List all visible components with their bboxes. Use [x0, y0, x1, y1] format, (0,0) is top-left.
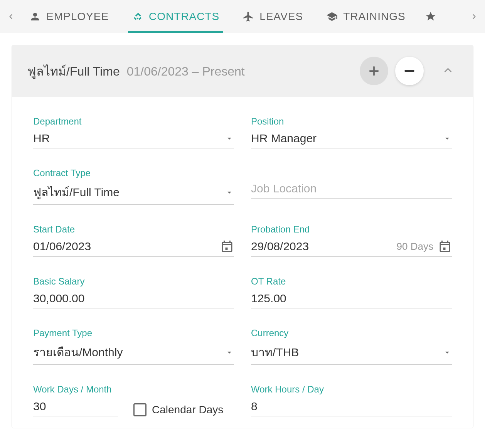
currency-select[interactable]: บาท/THB [251, 343, 452, 365]
department-field: Department HR [33, 116, 234, 148]
tab-label: LEAVES [259, 10, 303, 23]
work-hours-label: Work Hours / Day [251, 384, 452, 395]
calendar-icon[interactable] [220, 239, 234, 253]
ot-rate-input[interactable] [251, 292, 452, 305]
department-value: HR [33, 132, 225, 145]
work-days-field: Work Days / Month Calendar Days [33, 384, 234, 416]
ot-rate-field: OT Rate [251, 276, 452, 308]
add-contract-button[interactable] [360, 57, 388, 85]
basic-salary-label: Basic Salary [33, 276, 234, 287]
department-select[interactable]: HR [33, 131, 234, 148]
payment-type-label: Payment Type [33, 328, 234, 339]
contract-card: ฟูลไทม์/Full Time 01/06/2023 – Present D… [12, 45, 473, 428]
position-field: Position HR Manager [251, 116, 452, 148]
graduation-cap-icon [326, 11, 338, 22]
tab-label: CONTRACTS [149, 10, 219, 23]
contract-type-label: Contract Type [33, 168, 234, 179]
start-date-field: Start Date 01/06/2023 [33, 224, 234, 257]
contract-title: ฟูลไทม์/Full Time [27, 61, 120, 81]
start-date-value: 01/06/2023 [33, 240, 220, 253]
basic-salary-input[interactable] [33, 292, 234, 305]
tab-trainings[interactable]: TRAININGS [315, 0, 417, 33]
position-label: Position [251, 116, 452, 127]
position-value: HR Manager [251, 132, 443, 145]
dropdown-icon [225, 348, 234, 357]
contract-type-select[interactable]: ฟูลไทม์/Full Time [33, 183, 234, 205]
dropdown-icon [443, 134, 452, 143]
location-icon [425, 11, 436, 22]
tabs-scroll-right[interactable] [467, 13, 481, 20]
dropdown-icon [443, 348, 452, 357]
calendar-icon[interactable] [438, 239, 452, 253]
ot-rate-input-wrap [251, 291, 452, 308]
minus-icon [402, 64, 416, 78]
work-hours-input-wrap [251, 399, 452, 416]
probation-end-label: Probation End [251, 224, 452, 235]
calendar-days-checkbox[interactable] [133, 403, 147, 416]
currency-label: Currency [251, 328, 452, 339]
contract-type-field: Contract Type ฟูลไทม์/Full Time [33, 168, 234, 205]
tab-label: EMPLOYEE [46, 10, 109, 23]
airplane-icon [242, 11, 254, 22]
dropdown-icon [225, 134, 234, 143]
work-hours-input[interactable] [251, 400, 452, 413]
tab-contracts[interactable]: CONTRACTS [120, 0, 231, 33]
currency-value: บาท/THB [251, 343, 443, 361]
department-label: Department [33, 116, 234, 127]
plus-icon [367, 64, 381, 78]
person-icon [29, 11, 41, 22]
contract-actions [360, 57, 458, 85]
probation-end-field: Probation End 29/08/2023 90 Days [251, 224, 452, 257]
probation-end-input-wrap[interactable]: 29/08/2023 90 Days [251, 239, 452, 257]
work-days-label: Work Days / Month [33, 384, 234, 395]
job-location-input-wrap [251, 182, 452, 199]
currency-field: Currency บาท/THB [251, 328, 452, 365]
handshake-icon [132, 11, 143, 22]
work-days-input-wrap [33, 399, 118, 416]
calendar-days-label: Calendar Days [152, 404, 223, 416]
start-date-label: Start Date [33, 224, 234, 235]
tabs-container: EMPLOYEE CONTRACTS LEAVES TRAININGS [18, 0, 467, 33]
remove-contract-button[interactable] [395, 57, 424, 85]
probation-days-suffix: 90 Days [397, 241, 433, 253]
basic-salary-input-wrap [33, 291, 234, 308]
calendar-days-checkbox-row: Calendar Days [133, 403, 223, 416]
tab-next-partial[interactable] [417, 0, 436, 33]
dropdown-icon [225, 188, 234, 197]
contract-card-header: ฟูลไทม์/Full Time 01/06/2023 – Present [12, 45, 473, 97]
tabs-scroll-left[interactable] [4, 13, 18, 20]
contract-title-group: ฟูลไทม์/Full Time 01/06/2023 – Present [27, 61, 245, 81]
payment-type-value: รายเดือน/Monthly [33, 343, 225, 361]
tabs-bar: EMPLOYEE CONTRACTS LEAVES TRAININGS [0, 0, 485, 33]
collapse-toggle[interactable] [438, 64, 458, 77]
chevron-right-icon [470, 13, 478, 20]
chevron-up-icon [442, 64, 454, 76]
position-select[interactable]: HR Manager [251, 131, 452, 148]
job-location-input[interactable] [251, 182, 452, 195]
work-days-row: Calendar Days [33, 399, 234, 416]
job-location-field [251, 168, 452, 205]
contract-type-value: ฟูลไทม์/Full Time [33, 183, 225, 201]
tab-label: TRAININGS [343, 10, 405, 23]
contract-date-range: 01/06/2023 – Present [127, 64, 245, 79]
probation-end-value: 29/08/2023 [251, 240, 397, 253]
tab-leaves[interactable]: LEAVES [231, 0, 315, 33]
payment-type-field: Payment Type รายเดือน/Monthly [33, 328, 234, 365]
contract-card-body: Department HR Position HR Manager [12, 97, 473, 428]
form-grid: Department HR Position HR Manager [33, 116, 452, 416]
work-hours-field: Work Hours / Day [251, 384, 452, 416]
ot-rate-label: OT Rate [251, 276, 452, 287]
tab-employee[interactable]: EMPLOYEE [18, 0, 120, 33]
start-date-input-wrap[interactable]: 01/06/2023 [33, 239, 234, 257]
chevron-left-icon [7, 13, 15, 20]
content-area: ฟูลไทม์/Full Time 01/06/2023 – Present D… [0, 33, 485, 440]
payment-type-select[interactable]: รายเดือน/Monthly [33, 343, 234, 365]
basic-salary-field: Basic Salary [33, 276, 234, 308]
